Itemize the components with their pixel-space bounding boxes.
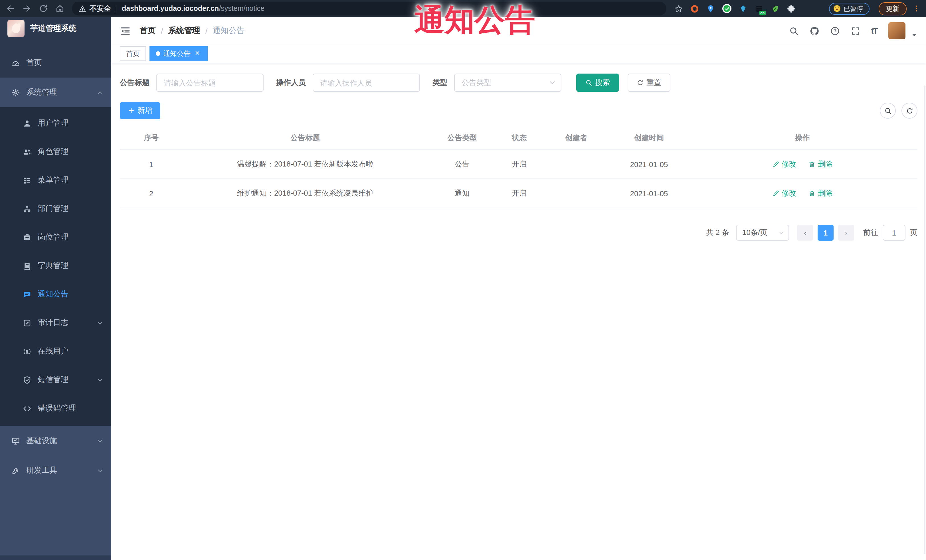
browser-home-icon[interactable] [55,4,65,13]
header-search-icon[interactable] [789,26,799,36]
sidebar-item-label: 部门管理 [38,204,103,214]
app-title: 芋道管理系统 [30,23,76,34]
header-actions: tT [789,22,917,39]
sidebar-menu-top: 首页 [0,40,111,77]
browser-back-icon[interactable] [6,4,15,13]
edit-link[interactable]: 修改 [772,188,796,198]
browser-reload-icon[interactable] [39,4,48,13]
operator-input[interactable] [313,74,420,92]
extension-icons: on [674,4,803,13]
delete-link[interactable]: 删除 [809,188,833,198]
next-page-button[interactable]: › [838,225,854,241]
filter-title-label: 公告标题 [120,77,150,88]
tag-home[interactable]: 首页 [120,46,146,61]
sidebar-item-audit-log[interactable]: 审计日志 [0,308,111,337]
extension-leaf-icon[interactable] [771,4,779,13]
breadcrumb-home[interactable]: 首页 [140,26,156,36]
prev-page-button[interactable]: ‹ [797,225,813,241]
sidebar-scrollbar[interactable] [0,555,111,560]
sidebar-item-home[interactable]: 首页 [0,48,111,77]
cell-title: 维护通知：2018-07-01 若依系统凌晨维护 [183,179,428,208]
page-number-1[interactable]: 1 [818,225,834,241]
notice-table: 序号 公告标题 公告类型 状态 创建者 创建时间 操作 1 温馨提醒：2018-… [120,127,917,208]
add-button[interactable]: 新增 [120,102,160,119]
avatar-caret-icon[interactable] [911,32,917,38]
fullscreen-icon[interactable] [851,26,860,36]
cell-created: 2021-01-05 [610,150,687,179]
browser-update-button[interactable]: 更新 [879,2,906,15]
breadcrumb-current: 通知公告 [213,26,245,36]
org-tree-icon [23,204,31,213]
reset-button[interactable]: 重置 [628,74,670,92]
sidebar-item-label: 通知公告 [38,289,103,299]
tag-notice[interactable]: 通知公告 ✕ [150,46,208,61]
profile-paused-badge[interactable]: 已暂停 [829,3,870,15]
log-icon [23,318,31,327]
extension-blue-diamond-icon[interactable] [739,4,747,13]
sidebar-item-user-mgmt[interactable]: 用户管理 [0,109,111,137]
sidebar-item-notice[interactable]: 通知公告 [0,280,111,308]
sidebar-fold-icon[interactable] [120,26,131,36]
url-path: /system/notice [219,5,265,12]
toggle-search-button[interactable] [880,103,896,119]
add-button-label: 新增 [138,106,152,116]
users-icon [23,147,31,156]
filter-form: 公告标题 操作人员 类型 公告类型 搜索 重置 [120,74,917,92]
chevron-down-icon [549,79,556,86]
chevron-down-icon [97,320,103,326]
sidebar-item-sms-mgmt[interactable]: 短信管理 [0,365,111,394]
sidebar-item-system[interactable]: 系统管理 [0,77,111,107]
user-avatar[interactable] [888,22,905,39]
search-button[interactable]: 搜索 [576,74,619,92]
sidebar-item-label: 用户管理 [38,118,103,128]
sidebar-item-dept-mgmt[interactable]: 部门管理 [0,195,111,223]
sidebar-item-label: 系统管理 [26,87,91,98]
sidebar-item-dict-mgmt[interactable]: 字典管理 [0,252,111,280]
sidebar-item-label: 菜单管理 [38,175,103,185]
extension-vpn-icon[interactable]: on [755,4,763,13]
goto-label: 前往 [863,228,878,238]
sidebar-item-label: 岗位管理 [38,232,103,242]
sidebar-item-post-mgmt[interactable]: 岗位管理 [0,223,111,252]
notice-title-input[interactable] [156,74,263,92]
browser-menu-icon[interactable] [912,5,920,12]
goto-page-input[interactable] [883,225,905,241]
github-icon[interactable] [809,26,819,36]
browser-forward-icon[interactable] [22,4,31,13]
sidebar-item-errorcode-mgmt[interactable]: 错误码管理 [0,394,111,423]
extension-orange-ring-icon[interactable] [690,4,699,13]
main-area: 首页 / 系统管理 / 通知公告 tT 首页 通知公告 [111,17,926,560]
col-no: 序号 [120,127,183,150]
bookmark-star-icon[interactable] [674,4,683,13]
tag-close-icon[interactable]: ✕ [194,50,201,57]
table-toolbar: 新增 [120,102,917,119]
extension-green-check-icon[interactable] [722,4,731,13]
address-bar[interactable]: 不安全 dashboard.yudao.iocoder.cn/system/no… [72,2,666,15]
sidebar-item-role-mgmt[interactable]: 角色管理 [0,137,111,166]
extensions-puzzle-icon[interactable] [787,4,795,13]
sidebar-item-online-users[interactable]: 在线用户 [0,337,111,365]
table-row: 1 温馨提醒：2018-07-01 若依新版本发布啦 公告 开启 2021-01… [120,150,917,179]
help-icon[interactable] [830,26,840,36]
breadcrumb-system[interactable]: 系统管理 [168,26,200,36]
sidebar: 芋道管理系统 首页 系统管理 用户管理 角色管理 菜单管理 [0,17,111,560]
search-button-label: 搜索 [595,77,610,88]
sidebar-item-dev-tools[interactable]: 研发工具 [0,456,111,485]
sidebar-item-menu-mgmt[interactable]: 菜单管理 [0,166,111,195]
dictionary-icon [23,261,31,270]
notice-type-select[interactable]: 公告类型 [454,74,561,92]
breadcrumb-separator: / [206,26,208,35]
col-creator: 创建者 [542,127,610,150]
sidebar-logo[interactable]: 芋道管理系统 [0,17,111,40]
sidebar-item-infrastructure[interactable]: 基础设施 [0,426,111,456]
content-scrollbar[interactable] [924,86,925,554]
cell-type: 公告 [428,150,496,179]
code-icon [23,404,31,413]
font-size-icon[interactable]: tT [871,26,878,35]
edit-link[interactable]: 修改 [772,159,796,169]
refresh-table-button[interactable] [902,103,917,119]
delete-link[interactable]: 删除 [809,159,833,169]
page-size-select[interactable]: 10条/页 [736,225,789,241]
refresh-icon [906,107,913,114]
extension-location-pin-icon[interactable] [707,4,715,13]
